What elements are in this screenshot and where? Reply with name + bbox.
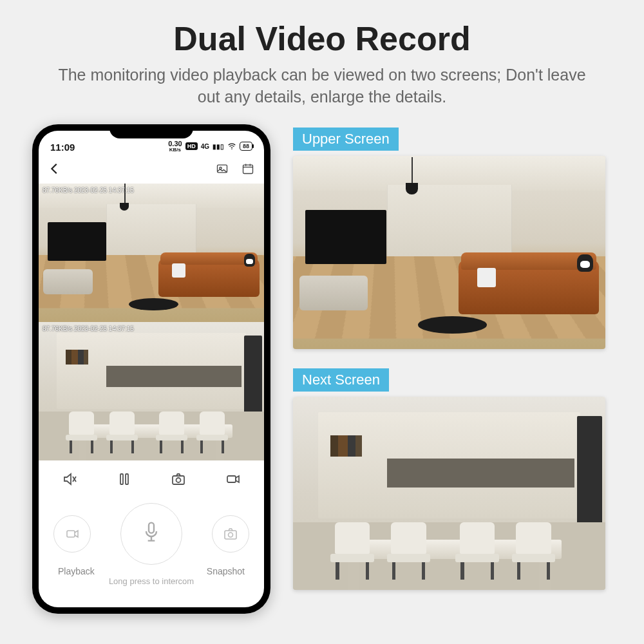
kbps-value: 0.30 bbox=[168, 140, 182, 147]
controls-row bbox=[39, 460, 264, 498]
intercom-label: Long press to intercom bbox=[39, 576, 264, 586]
svg-rect-3 bbox=[243, 165, 253, 173]
wifi-icon bbox=[227, 142, 236, 151]
feed-lower-overlay: 87.76KB/s 2023-02-25 14:37:15 bbox=[43, 325, 134, 332]
network-label: 4G bbox=[201, 143, 209, 150]
svg-rect-4 bbox=[120, 474, 123, 484]
kbps-unit: KB/s bbox=[168, 147, 182, 153]
snapshot-icon bbox=[223, 526, 238, 542]
svg-rect-8 bbox=[227, 476, 236, 482]
hd-badge: HD bbox=[185, 142, 198, 150]
phone-screen: 11:09 0.30 KB/s HD 4G ▮▮▯ 88 bbox=[39, 131, 264, 607]
playback-button[interactable] bbox=[53, 515, 91, 553]
back-chevron-icon[interactable] bbox=[48, 162, 62, 176]
snapshot-button[interactable] bbox=[212, 515, 249, 553]
intercom-button[interactable] bbox=[120, 503, 182, 565]
status-time: 11:09 bbox=[50, 142, 75, 153]
next-screen-block: Next Screen bbox=[293, 368, 612, 590]
svg-point-0 bbox=[231, 149, 232, 149]
video-feed-lower[interactable]: 87.76KB/s 2023-02-25 14:37:15 bbox=[39, 322, 264, 460]
app-header bbox=[39, 154, 264, 184]
playback-label: Playback bbox=[58, 566, 95, 576]
page-title: Dual Video Record bbox=[32, 19, 612, 58]
next-screen-callout: Next Screen bbox=[293, 368, 389, 392]
mute-icon[interactable] bbox=[61, 471, 78, 487]
svg-point-12 bbox=[229, 533, 233, 537]
snapshot-label: Snapshot bbox=[207, 566, 245, 576]
bottom-area: Playback Snapshot Long press to intercom bbox=[39, 498, 264, 607]
feed-upper-overlay: 87.76KB/s 2023-02-25 14:37:15 bbox=[43, 187, 134, 194]
pause-icon[interactable] bbox=[116, 471, 133, 487]
svg-rect-10 bbox=[149, 522, 154, 533]
signal-icon: ▮▮▯ bbox=[213, 143, 224, 150]
playback-icon bbox=[64, 526, 80, 542]
upper-screen-image bbox=[293, 156, 605, 349]
svg-rect-5 bbox=[126, 474, 128, 484]
phone-frame: 11:09 0.30 KB/s HD 4G ▮▮▯ 88 bbox=[32, 124, 270, 614]
svg-rect-9 bbox=[67, 531, 75, 537]
next-screen-image bbox=[293, 397, 605, 590]
battery-icon: 88 bbox=[240, 142, 252, 151]
microphone-icon bbox=[140, 521, 162, 547]
status-kbps: 0.30 KB/s bbox=[168, 140, 182, 153]
upper-screen-callout: Upper Screen bbox=[293, 128, 399, 151]
page-subtitle: The monitoring video playback can be vie… bbox=[45, 64, 599, 108]
gallery-icon[interactable] bbox=[215, 162, 229, 175]
svg-rect-6 bbox=[173, 476, 184, 484]
status-right: 0.30 KB/s HD 4G ▮▮▯ 88 bbox=[168, 140, 252, 153]
phone-notch bbox=[109, 124, 193, 138]
video-feed-upper[interactable]: 87.76KB/s 2023-02-25 14:37:15 bbox=[39, 184, 264, 322]
upper-screen-block: Upper Screen bbox=[293, 128, 612, 349]
svg-point-7 bbox=[176, 478, 181, 482]
calendar-icon[interactable] bbox=[241, 162, 255, 175]
camera-icon[interactable] bbox=[170, 471, 187, 487]
svg-rect-11 bbox=[225, 531, 236, 539]
record-icon[interactable] bbox=[225, 471, 242, 487]
